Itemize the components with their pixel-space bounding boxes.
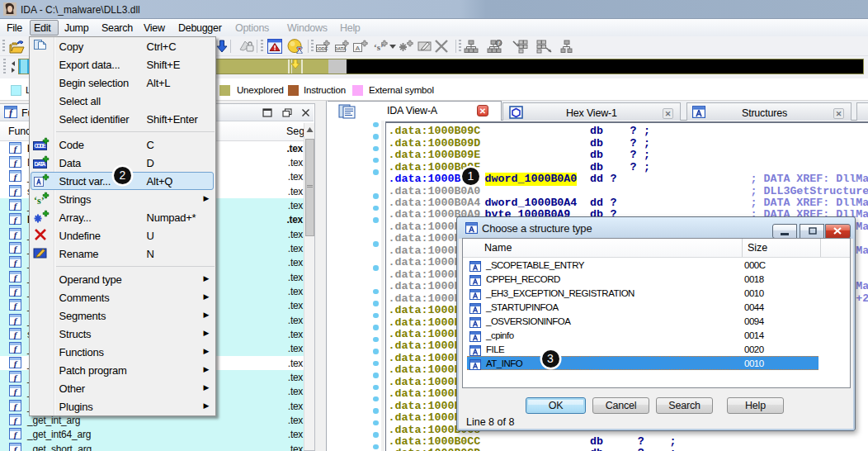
svg-text:CODE: CODE [316,46,328,51]
svg-text:A: A [356,45,361,52]
svg-text:‘s’: ‘s’ [34,195,45,207]
svg-text:DATA: DATA [34,161,45,167]
svg-text:DATA: DATA [335,46,347,51]
svg-text:CODE: CODE [34,143,45,149]
